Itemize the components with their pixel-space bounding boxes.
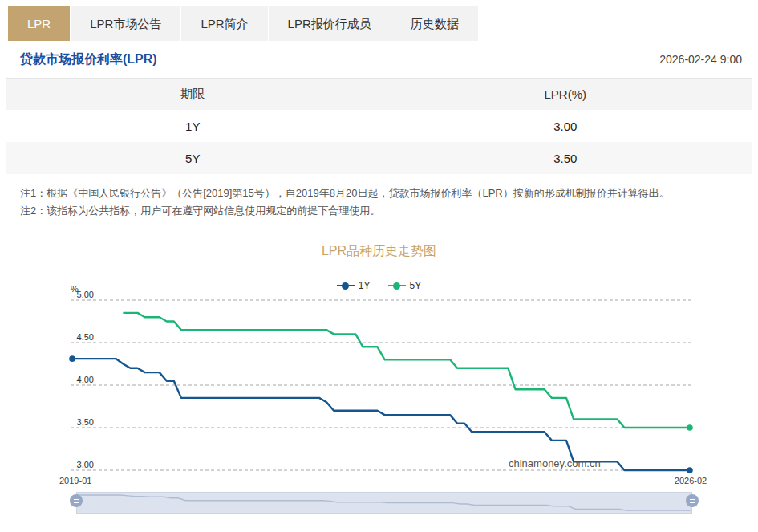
- chart-legend: 1Y 5Y: [0, 280, 758, 291]
- datazoom-slider-track[interactable]: [76, 492, 692, 514]
- publish-timestamp: 2026-02-24 9:00: [659, 53, 742, 66]
- table-header-row: 期限 LPR(%): [6, 79, 752, 110]
- term-cell: 1Y: [6, 120, 379, 133]
- y-tick-label: 4.50: [77, 332, 94, 342]
- legend-label: 1Y: [359, 280, 371, 291]
- x-axis-start-label: 2019-01: [59, 476, 91, 485]
- tab-lpr[interactable]: LPR: [8, 6, 70, 41]
- col-header-rate: LPR(%): [379, 87, 752, 101]
- lpr-history-chart: 5.004.504.003.503.00%2019-012026-02: [0, 273, 758, 489]
- y-tick-label: 3.00: [77, 460, 94, 469]
- y-tick-label: 4.00: [77, 375, 94, 384]
- rate-cell: 3.50: [379, 152, 752, 165]
- series-line-5Y: [123, 313, 690, 428]
- series-end-dot-5Y: [687, 424, 693, 431]
- datazoom-series-silhouette: [77, 495, 691, 510]
- tab-bar: LPR LPR市场公告 LPR简介 LPR报价行成员 历史数据: [8, 6, 478, 41]
- footnote-1: 注1：根据《中国人民银行公告》（公告[2019]第15号），自2019年8月20…: [20, 185, 742, 202]
- footnotes: 注1：根据《中国人民银行公告》（公告[2019]第15号），自2019年8月20…: [20, 185, 742, 220]
- tab-lpr-panel-banks[interactable]: LPR报价行成员: [269, 6, 391, 41]
- series-line-1Y: [72, 359, 690, 470]
- datazoom-right-handle[interactable]: [686, 494, 699, 507]
- chart-title: LPR品种历史走势图: [0, 243, 758, 260]
- y-tick-label: 3.50: [77, 417, 94, 427]
- term-cell: 5Y: [6, 152, 379, 165]
- x-axis-end-label: 2026-02: [675, 476, 707, 485]
- legend-item-1y[interactable]: 1Y: [337, 280, 371, 291]
- lpr-rate-table: 期限 LPR(%) 1Y 3.00 5Y 3.50: [6, 78, 752, 174]
- table-row: 1Y 3.00: [6, 110, 752, 142]
- legend-marker-5y-icon: [388, 282, 406, 290]
- watermark: chinamoney.com.cn: [509, 457, 601, 469]
- legend-marker-1y-icon: [337, 282, 355, 290]
- datazoom-preview-line: [77, 493, 691, 513]
- series-end-dot-1Y: [687, 467, 693, 473]
- table-row: 5Y 3.50: [6, 142, 752, 174]
- tab-history-data[interactable]: 历史数据: [391, 6, 478, 41]
- legend-label: 5Y: [410, 280, 422, 291]
- legend-item-5y[interactable]: 5Y: [388, 280, 422, 291]
- tab-lpr-market-notice[interactable]: LPR市场公告: [71, 6, 180, 41]
- tab-lpr-intro[interactable]: LPR简介: [181, 6, 267, 41]
- series-start-dot-1Y: [69, 355, 75, 362]
- rate-cell: 3.00: [379, 120, 752, 133]
- lpr-page: LPR LPR市场公告 LPR简介 LPR报价行成员 历史数据 贷款市场报价利率…: [0, 0, 758, 532]
- datazoom-left-handle[interactable]: [70, 494, 83, 507]
- col-header-term: 期限: [6, 87, 379, 102]
- page-title: 贷款市场报价利率(LPR): [20, 51, 157, 68]
- footnote-2: 注2：该指标为公共指标，用户可在遵守网站信息使用规定的前提下合理使用。: [20, 202, 742, 220]
